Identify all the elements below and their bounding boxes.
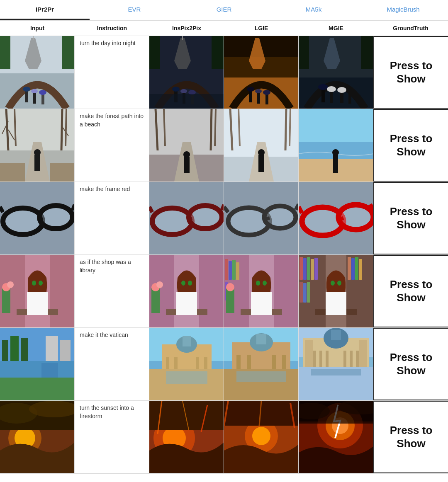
col-instruction: Instruction [75,21,149,36]
table-row: make the frame red [0,182,448,255]
instruction-4: as if the shop was a library [75,255,149,327]
svg-line-79 [39,218,43,219]
mgie-4 [299,255,373,327]
svg-line-48 [61,109,62,150]
mgie-1 [299,36,373,109]
svg-point-77 [3,208,43,235]
input-image-3 [0,182,75,254]
col-groundtruth: GroundTruth [373,21,448,36]
lgie-1 [224,36,299,109]
input-image-6 [0,401,75,473]
svg-point-29 [263,90,270,95]
svg-rect-181 [166,371,207,384]
svg-line-59 [211,109,212,150]
tab-bar: IPr2Pr EVR GIER MA5k MagicBrush [0,0,448,21]
svg-point-52 [34,149,41,156]
svg-point-110 [32,281,36,286]
svg-rect-6 [41,93,44,104]
svg-rect-61 [184,157,190,173]
svg-rect-74 [333,155,338,173]
tab-ma5k[interactable]: MA5k [269,0,358,20]
svg-rect-4 [33,92,36,104]
lgie-6 [224,401,299,473]
table-row: make the forest path into a beach [0,109,448,182]
ground-truth-3[interactable]: Press to Show [373,182,448,254]
svg-point-7 [39,90,46,95]
lgie-4 [224,255,299,327]
table-row: make it the vatican [0,328,448,401]
svg-rect-187 [256,334,266,344]
tab-gier[interactable]: GIER [179,0,269,20]
svg-line-87 [222,205,224,210]
svg-rect-71 [299,109,373,142]
svg-rect-144 [299,257,303,280]
inspix2pix-4 [149,255,224,327]
svg-point-78 [39,206,73,229]
ground-truth-6[interactable]: Press to Show [373,401,448,473]
svg-point-25 [247,87,254,92]
svg-rect-133 [226,288,234,313]
svg-rect-2 [25,90,28,102]
svg-rect-155 [359,259,362,280]
ground-truth-4[interactable]: Press to Show [373,255,448,327]
mgie-3 [299,182,373,254]
svg-rect-169 [60,340,71,361]
svg-rect-128 [225,259,228,280]
col-lgie: LGIE [224,21,299,36]
svg-rect-201 [313,351,316,367]
lgie-5 [224,328,299,400]
svg-point-84 [189,206,222,229]
svg-rect-51 [34,155,40,171]
svg-rect-151 [307,282,310,303]
svg-rect-203 [326,351,329,367]
instruction-5: make it the vatican [75,328,149,400]
table-row: turn the sunset into a firestorm [0,401,448,474]
svg-point-96 [338,205,373,230]
svg-rect-145 [303,258,307,280]
table-row: as if the shop was a library [0,255,448,328]
svg-rect-146 [307,257,310,280]
svg-point-118 [156,281,163,288]
svg-rect-41 [361,36,373,69]
svg-rect-166 [10,336,19,361]
svg-rect-207 [311,369,361,375]
col-inspix2pix: InsPix2Pix [149,21,224,36]
svg-rect-40 [299,36,309,69]
svg-point-138 [256,281,260,286]
svg-rect-154 [355,257,358,280]
svg-rect-54 [50,163,74,182]
svg-rect-19 [212,36,224,69]
svg-point-3 [23,87,30,92]
svg-rect-180 [204,357,207,369]
input-image-2 [0,109,75,182]
svg-rect-147 [311,259,314,280]
ground-truth-5[interactable]: Press to Show [373,328,448,400]
svg-rect-199 [305,340,313,367]
svg-rect-131 [236,262,239,280]
tab-evr[interactable]: EVR [90,0,179,20]
svg-rect-140 [251,292,272,315]
svg-rect-112 [27,292,48,315]
svg-rect-202 [319,351,322,367]
tab-magicbrush[interactable]: MagicBrush [358,0,448,20]
svg-rect-104 [2,288,10,313]
svg-line-99 [370,204,373,210]
mgie-6 [299,401,373,473]
lgie-3 [224,182,299,254]
inspix2pix-5 [149,328,224,400]
ground-truth-1[interactable]: Press to Show [373,36,448,109]
svg-rect-176 [183,336,191,346]
svg-line-85 [189,218,192,219]
svg-rect-200 [359,340,367,367]
svg-rect-177 [166,357,169,369]
instruction-1: turn the day into night [75,36,149,109]
col-mgie: MGIE [299,21,373,36]
tab-ipr2pr[interactable]: IPr2Pr [0,0,90,20]
svg-rect-9 [62,36,74,69]
svg-rect-26 [257,92,260,104]
svg-rect-170 [41,363,58,378]
svg-line-67 [285,109,286,150]
svg-rect-28 [265,93,268,104]
svg-rect-124 [176,292,197,315]
ground-truth-2[interactable]: Press to Show [373,109,448,182]
